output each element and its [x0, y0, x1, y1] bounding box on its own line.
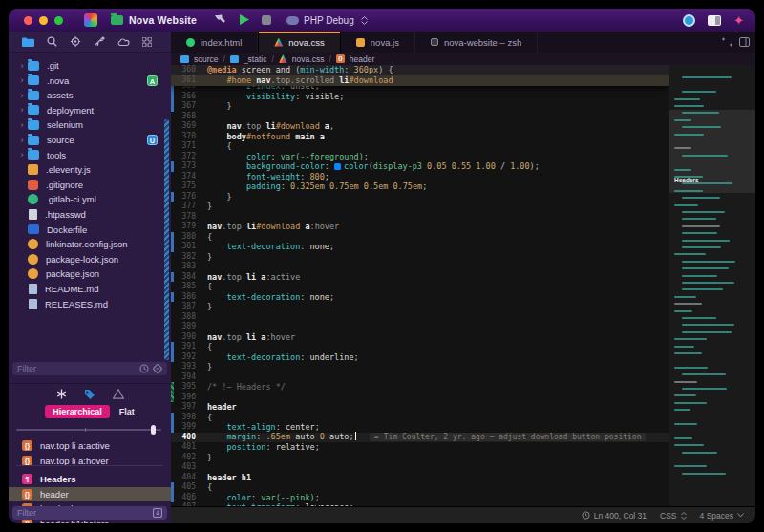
language-selector[interactable]: CSS — [660, 511, 686, 521]
search-icon[interactable] — [47, 36, 57, 47]
breadcrumb-item[interactable]: nova.css — [292, 54, 325, 64]
sidebar-scrollbar[interactable] — [164, 119, 169, 360]
code-line-395[interactable]: 395/* !– Headers */ — [171, 382, 669, 393]
file-row-linkinator.config.json[interactable]: linkinator.config.json — [9, 237, 171, 251]
disclosure-chevron-icon[interactable]: › — [16, 91, 28, 100]
code-line-397[interactable]: 397header — [171, 402, 669, 413]
split-editor-icon[interactable] — [722, 33, 732, 51]
code-line-375[interactable]: 375 padding: 0.325em 0.75em 0.5em 0.75em… — [171, 181, 669, 192]
disclosure-chevron-icon[interactable]: › — [16, 120, 28, 130]
code-line-376[interactable]: 376 } — [171, 192, 669, 202]
file-row-assets[interactable]: ›assets — [9, 88, 171, 102]
code-line-390[interactable]: 390nav.top li a:hover — [171, 332, 669, 343]
apps-grid-icon[interactable] — [142, 37, 152, 47]
file-row-README.md[interactable]: README.md — [9, 282, 171, 296]
symbol-row[interactable]: {}nav.top li a:active — [9, 438, 171, 453]
debug-target-selector[interactable]: PHP Debug — [286, 15, 368, 26]
file-row-deployment[interactable]: ›deployment — [9, 103, 171, 117]
disclosure-chevron-icon[interactable]: › — [16, 105, 28, 115]
sparkles-icon[interactable]: ✦ — [733, 14, 744, 27]
disclosure-chevron-icon[interactable]: › — [16, 61, 28, 71]
symbols-star-tab[interactable] — [56, 386, 67, 403]
code-line-391[interactable]: 391{ — [171, 342, 669, 352]
code-line-393[interactable]: 393} — [171, 362, 669, 372]
file-row-.htpasswd[interactable]: .htpasswd — [9, 207, 171, 222]
code-line-373[interactable]: 373 background-color: color(display-p3 0… — [171, 161, 669, 172]
code-line-371[interactable]: 371 { — [171, 141, 669, 152]
symbols-tag-tab[interactable] — [84, 386, 96, 403]
breadcrumb-item[interactable]: _static — [244, 54, 267, 64]
extensions-icon[interactable] — [70, 36, 81, 47]
view-mode-hierarchical[interactable]: Hierarchical — [45, 405, 110, 418]
recent-clock-icon[interactable] — [139, 364, 149, 373]
symbols-depth-slider[interactable] — [16, 426, 161, 434]
code-line-400[interactable]: 400 margin: .65em auto 0 auto;≡ Tim Coul… — [171, 433, 669, 443]
symbols-issues-tab[interactable] — [113, 386, 124, 403]
code-line-361[interactable]: 361 #home nav.top.scrolled li#download — [171, 75, 669, 86]
jump-to-symbol-icon[interactable] — [153, 508, 162, 518]
cloud-icon[interactable] — [117, 37, 130, 46]
code-line-360[interactable]: 360@media screen and (min-width: 360px) … — [171, 65, 669, 75]
file-row-tools[interactable]: ›tools — [9, 148, 171, 162]
file-row-package.json[interactable]: package.json — [9, 266, 171, 281]
tab-index.html[interactable]: index.html — [171, 32, 258, 53]
code-line-389[interactable]: 389 — [171, 322, 669, 332]
code-line-394[interactable]: 394 — [171, 372, 669, 383]
file-row-RELEASES.md[interactable]: RELEASES.md — [9, 297, 171, 311]
code-line-399[interactable]: 399 text-align: center; — [171, 422, 669, 433]
minimize-window-button[interactable] — [39, 16, 48, 25]
disclosure-chevron-icon[interactable]: › — [16, 150, 28, 160]
symbols-filter-input[interactable]: Filter — [12, 506, 167, 520]
build-hammer-button[interactable] — [214, 11, 226, 29]
disclosure-chevron-icon[interactable]: › — [16, 136, 28, 145]
file-row-selenium[interactable]: ›selenium — [9, 117, 171, 132]
tab-nova-website – zsh[interactable]: nova-website – zsh — [415, 32, 538, 53]
code-line-378[interactable]: 378 — [171, 212, 669, 223]
color-swatch[interactable] — [334, 163, 341, 170]
code-line-388[interactable]: 388 — [171, 312, 669, 323]
file-row-.gitignore[interactable]: .gitignore — [9, 178, 171, 192]
code-line-392[interactable]: 392 text-decoration: underline; — [171, 352, 669, 363]
breadcrumb-item[interactable]: header — [350, 54, 374, 64]
files-sidebar-button[interactable] — [22, 37, 34, 47]
code-line-382[interactable]: 382} — [171, 252, 669, 263]
sidebar-toggle-icon[interactable] — [739, 33, 750, 51]
indentation-selector[interactable]: 4 Spaces — [700, 511, 744, 521]
slider-knob[interactable] — [151, 425, 156, 435]
code-line-366[interactable]: 366 visibility: visible; — [171, 92, 669, 102]
file-row-.gitlab-ci.yml[interactable]: .gitlab-ci.yml — [9, 192, 171, 206]
code-line-406[interactable]: 406 color: var(--pink); — [171, 493, 669, 503]
view-mode-flat[interactable]: Flat — [119, 407, 135, 416]
code-line-404[interactable]: 404header h1 — [171, 473, 669, 483]
code-line-383[interactable]: 383 — [171, 262, 669, 272]
file-row-Dockerfile[interactable]: Dockerfile — [9, 223, 171, 237]
tab-nova.js[interactable]: nova.js — [341, 32, 415, 53]
file-row-package-lock.json[interactable]: package-lock.json — [9, 252, 171, 266]
code-line-372[interactable]: 372 color: var(--foreground); — [171, 152, 669, 162]
code-line-405[interactable]: 405{ — [171, 482, 669, 493]
close-window-button[interactable] — [24, 16, 32, 25]
editor-layout-button[interactable] — [708, 15, 721, 26]
code-line-386[interactable]: 386 text-decoration: none; — [171, 292, 669, 303]
breadcrumb-item[interactable]: source — [194, 54, 219, 64]
code-line-368[interactable]: 368 — [171, 112, 669, 122]
cursor-position-status[interactable]: Ln 400, Col 31 — [582, 511, 647, 521]
code-line-369[interactable]: 369 nav.top li#download a, — [171, 121, 669, 132]
stop-button[interactable] — [262, 11, 271, 29]
code-line-403[interactable]: 403 — [171, 462, 669, 473]
file-filter-input[interactable]: Filter — [12, 362, 167, 375]
code-line-381[interactable]: 381 text-decoration: none; — [171, 242, 669, 252]
code-line-384[interactable]: 384nav.top li a:active — [171, 272, 669, 283]
code-line-377[interactable]: 377} — [171, 202, 669, 212]
symbol-row[interactable]: ¶Headers — [9, 472, 171, 486]
code-line-380[interactable]: 380{ — [171, 232, 669, 243]
tab-nova.css[interactable]: nova.css — [258, 32, 341, 53]
code-line-387[interactable]: 387} — [171, 302, 669, 312]
code-line-398[interactable]: 398{ — [171, 413, 669, 423]
code-line-370[interactable]: 370 body#notfound main a — [171, 132, 669, 142]
code-line-374[interactable]: 374 font-weight: 800; — [171, 172, 669, 182]
code-line-379[interactable]: 379nav.top li#download a:hover — [171, 222, 669, 232]
code-line-367[interactable]: 367 } — [171, 101, 669, 112]
disclosure-chevron-icon[interactable]: › — [16, 75, 28, 85]
file-row-.git[interactable]: ›.git — [9, 58, 171, 73]
